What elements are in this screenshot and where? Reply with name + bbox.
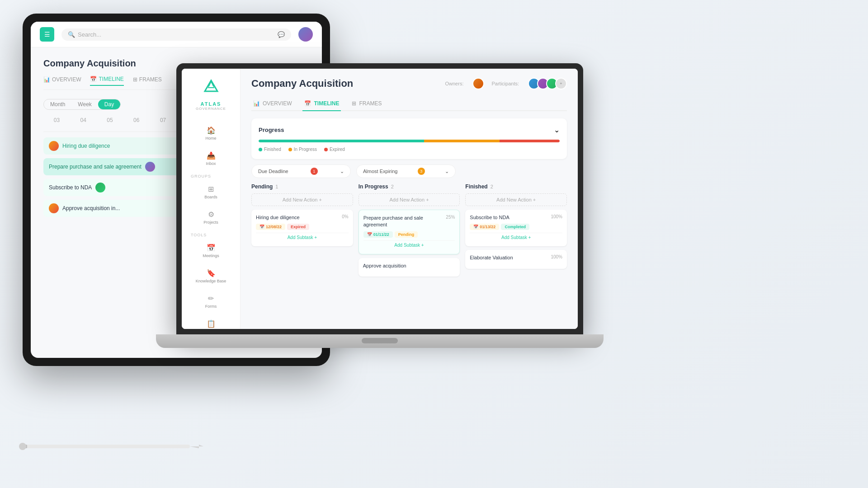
legend-finished-label: Finished — [264, 147, 281, 152]
search-icon: 🔍 — [68, 31, 75, 38]
progress-bar — [259, 140, 560, 142]
due-deadline-chevron: ⌄ — [340, 169, 344, 174]
add-action-pending-btn[interactable]: Add New Action + — [251, 193, 353, 206]
due-deadline-label: Due Deadline — [258, 169, 288, 174]
tab-timeline[interactable]: 📅 TIMELINE — [302, 97, 341, 111]
knowledge-base-label: Knowledge Base — [196, 279, 226, 283]
tab-overview[interactable]: 📊 OVERVIEW — [43, 76, 81, 86]
almost-expiring-filter[interactable]: Almost Expiring 3 ⌄ — [356, 164, 456, 178]
logo-icon — [201, 78, 221, 98]
tablet-menu-button[interactable]: ☰ — [40, 27, 54, 42]
task-nda-title: Subscribe to NDA — [470, 214, 509, 221]
task-nda-header: Subscribe to NDA 100% — [470, 214, 562, 221]
kanban-col-pending: Pending 1 Add New Action + Hiring due di… — [251, 183, 353, 280]
week-view-btn[interactable]: Week — [71, 99, 98, 109]
progress-card-header: Progress ⌄ — [259, 126, 560, 134]
tools-section-label: Tools — [186, 229, 211, 239]
task-hiring-status-tag: Expired — [287, 224, 309, 230]
project-header: Company Acquisition Owners: Participants… — [251, 78, 567, 89]
tablet-search-bar[interactable]: 🔍 Search... 💬 — [61, 28, 291, 41]
kanban-col-finished: Finished 2 Add New Action + Subscribe to… — [465, 183, 567, 280]
sidebar-item-notes[interactable]: 📋 Notes — [186, 315, 236, 329]
task-purchase-status-tag: Pending — [395, 231, 418, 238]
participants-label: Participants: — [491, 81, 519, 86]
finished-count: 2 — [491, 184, 493, 189]
task-hiring-title: Hiring due diligence — [256, 214, 300, 221]
overview-icon: 📊 — [43, 76, 50, 83]
task-nda-card[interactable]: Subscribe to NDA 100% 📅 01/13/22 Complet… — [465, 210, 567, 246]
timeline-tab-label: TIMELINE — [314, 100, 339, 107]
laptop-device: ATLAS GOVERNANCE 🏠 Home 📥 Inbox Groups — [176, 63, 583, 371]
frames-tab-label: FRAMES — [359, 100, 382, 107]
progress-in-progress — [424, 140, 500, 142]
sidebar-item-forms[interactable]: ✏ Forms — [186, 290, 236, 313]
home-label: Home — [205, 136, 216, 141]
legend-in-progress-label: In Progress — [294, 147, 317, 152]
legend-dot-yellow — [288, 148, 292, 151]
timeline-icon: 📅 — [90, 76, 97, 82]
laptop-screen-container: ATLAS GOVERNANCE 🏠 Home 📥 Inbox Groups — [176, 63, 583, 334]
due-deadline-badge: 1 — [311, 168, 318, 175]
date-03[interactable]: 03 — [43, 117, 70, 128]
task-hiring-tags: 📅 12/08/22 Expired — [256, 224, 349, 230]
task-hiring-card[interactable]: Hiring due diligence 0% 📅 12/08/22 Expir… — [251, 210, 353, 246]
task-elaborate-header: Elaborate Valuation 100% — [470, 254, 562, 261]
add-action-finished-btn[interactable]: Add New Action + — [465, 193, 567, 206]
frames-icon: ⊞ — [133, 76, 137, 83]
calendar-icon: 📅 — [259, 225, 264, 229]
add-subtask-hiring-btn[interactable]: Add Subtask + — [256, 233, 349, 242]
tab-frames[interactable]: ⊞ FRAMES — [350, 97, 383, 111]
task-avatar — [145, 162, 155, 172]
date-04[interactable]: 04 — [70, 117, 97, 128]
task-purchase-title: Prepare purchase and sale agreement — [363, 215, 446, 229]
boards-icon: ⊞ — [208, 185, 214, 193]
forms-label: Forms — [205, 304, 217, 309]
forms-icon: ✏ — [208, 294, 214, 303]
progress-chevron-icon[interactable]: ⌄ — [554, 126, 560, 134]
almost-expiring-badge: 3 — [418, 168, 425, 175]
tools-nav: 📅 Meetings 🔖 Knowledge Base ✏ Forms 📋 No… — [182, 239, 240, 329]
main-content: Company Acquisition Owners: Participants… — [241, 69, 578, 329]
more-participants: + — [555, 78, 567, 89]
sidebar-item-knowledge-base[interactable]: 🔖 Knowledge Base — [186, 264, 236, 288]
tab-overview[interactable]: 📊 OVERVIEW — [251, 97, 293, 111]
knowledge-base-icon: 🔖 — [207, 269, 216, 277]
task-elaborate-card[interactable]: Elaborate Valuation 100% — [465, 250, 567, 268]
brand-name: ATLAS — [196, 101, 226, 107]
date-07[interactable]: 07 — [150, 117, 176, 128]
tab-timeline[interactable]: 📅 TIMELINE — [90, 76, 123, 86]
sidebar-item-home[interactable]: 🏠 Home — [186, 122, 236, 145]
date-06[interactable]: 06 — [123, 117, 150, 128]
add-subtask-nda-btn[interactable]: Add Subtask + — [470, 233, 562, 242]
main-nav: 🏠 Home 📥 Inbox — [182, 122, 240, 170]
task-purchase-card[interactable]: Prepare purchase and sale agreement 25% … — [359, 210, 460, 254]
month-view-btn[interactable]: Month — [44, 99, 71, 109]
task-label: Approve acquisition in... — [62, 205, 120, 211]
groups-section-label: Groups — [186, 170, 216, 180]
calendar-icon: 📅 — [473, 225, 478, 229]
task-label: Prepare purchase and sale agreement — [49, 164, 142, 170]
pending-count: 1 — [275, 184, 278, 189]
sidebar-item-boards[interactable]: ⊞ Boards — [186, 180, 236, 204]
add-action-in-progress-btn[interactable]: Add New Action + — [359, 193, 460, 206]
day-view-btn[interactable]: Day — [98, 99, 120, 109]
progress-finished — [259, 140, 424, 142]
task-label: Hiring due diligence — [62, 143, 110, 149]
tab-frames[interactable]: ⊞ FRAMES — [133, 76, 162, 86]
sidebar-item-inbox[interactable]: 📥 Inbox — [186, 147, 236, 170]
svg-marker-2 — [190, 445, 203, 448]
progress-legend: Finished In Progress Expired — [259, 147, 560, 152]
sidebar-item-meetings[interactable]: 📅 Meetings — [186, 239, 236, 263]
project-tabs: 📊 OVERVIEW 📅 TIMELINE ⊞ FRAMES — [251, 97, 567, 111]
due-deadline-filter[interactable]: Due Deadline 1 ⌄ — [251, 164, 351, 178]
add-subtask-purchase-btn[interactable]: Add Subtask + — [363, 240, 455, 249]
legend-expired: Expired — [324, 147, 345, 152]
participants-avatars: + — [528, 78, 567, 89]
timeline-tab-icon: 📅 — [304, 100, 311, 107]
sidebar-item-projects[interactable]: ⚙ Projects — [186, 206, 236, 229]
task-approve-card[interactable]: Approve acquisition — [359, 258, 460, 277]
projects-label: Projects — [203, 220, 218, 225]
date-05[interactable]: 05 — [97, 117, 123, 128]
projects-icon: ⚙ — [208, 210, 214, 219]
overview-tab-icon: 📊 — [253, 100, 260, 107]
